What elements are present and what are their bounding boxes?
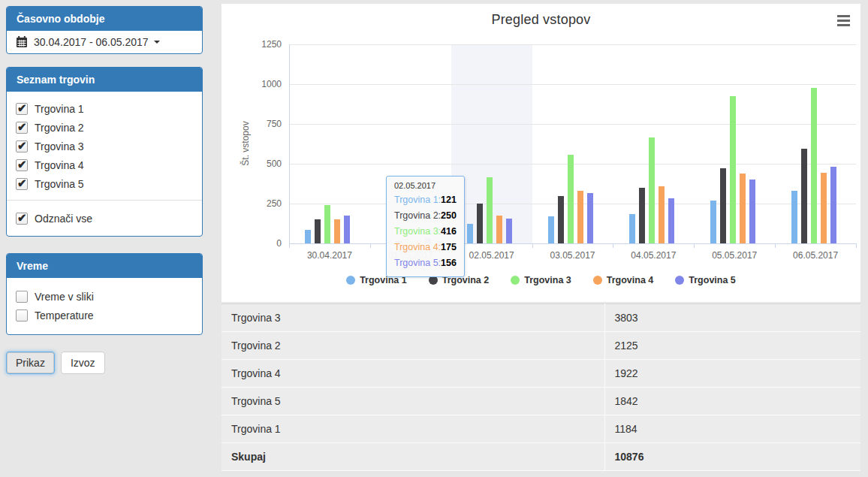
x-axis-label: 05.05.2017 (694, 250, 775, 261)
bar-trgovina-3-05-05-2017[interactable] (730, 96, 736, 243)
export-button[interactable]: Izvoz (61, 352, 105, 374)
legend-item-trgovina-5[interactable]: Trgovina 5 (675, 275, 736, 285)
y-axis-label: 0 (223, 238, 282, 249)
checkbox-row-trgovina-2[interactable]: Trgovina 2 (16, 118, 193, 137)
checkbox-trgovina-2[interactable] (16, 122, 28, 134)
time-period-panel: Časovno obdobje 30.04.2017 - 06.05.2017 (6, 6, 203, 54)
store-name-cell: Trgovina 5 (222, 388, 604, 415)
totals-table: Trgovina 33803Trgovina 22125Trgovina 419… (222, 303, 860, 471)
store-total-cell: 1184 (604, 415, 860, 443)
bar-trgovina-1-03-05-2017[interactable] (548, 216, 554, 243)
date-range-dropdown[interactable]: 30.04.2017 - 06.05.2017 (7, 31, 202, 53)
bar-trgovina-4-05-05-2017[interactable] (740, 174, 746, 243)
bar-trgovina-1-04-05-2017[interactable] (629, 214, 635, 243)
y-axis-line (289, 44, 290, 243)
store-total-cell: 1922 (604, 360, 860, 388)
y-axis-label: 500 (223, 158, 282, 169)
bar-trgovina-3-30-04-2017[interactable] (324, 205, 330, 243)
total-row: Skupaj10876 (222, 443, 860, 471)
checkbox-odzna-i-vse[interactable] (16, 213, 28, 225)
checkbox-row-temperature[interactable]: Temperature (16, 306, 193, 325)
checkbox-label: Temperature (35, 309, 94, 322)
legend-marker-icon (511, 276, 520, 285)
tooltip-row: Trgovina 1:121 (394, 192, 457, 208)
checkbox-row-trgovina-5[interactable]: Trgovina 5 (16, 174, 193, 193)
chart-legend: Trgovina 1Trgovina 2Trgovina 3Trgovina 4… (222, 275, 860, 285)
calendar-icon (16, 36, 28, 48)
bar-trgovina-2-30-04-2017[interactable] (315, 219, 321, 243)
weather-title: Vreme (7, 254, 202, 278)
store-checkbox-list: Trgovina 1Trgovina 2Trgovina 3Trgovina 4… (7, 92, 202, 200)
bar-trgovina-3-03-05-2017[interactable] (568, 155, 574, 243)
y-axis-label: 1000 (223, 79, 282, 89)
checkbox-trgovina-1[interactable] (16, 103, 28, 115)
store-name-cell: Trgovina 1 (222, 415, 604, 443)
gridline (289, 84, 856, 85)
y-axis-label: 750 (223, 119, 282, 129)
checkbox-trgovina-3[interactable] (16, 140, 28, 152)
bar-trgovina-2-05-05-2017[interactable] (720, 168, 726, 243)
bar-trgovina-2-06-05-2017[interactable] (801, 149, 807, 243)
legend-label: Trgovina 4 (607, 275, 654, 285)
x-axis-label: 06.05.2017 (775, 250, 856, 261)
bar-trgovina-1-30-04-2017[interactable] (305, 230, 311, 243)
checkbox-row-odzna-i-vse[interactable]: Odznači vse (16, 209, 193, 228)
bar-trgovina-1-05-05-2017[interactable] (710, 201, 716, 243)
legend-marker-icon (346, 276, 355, 285)
bar-trgovina-4-03-05-2017[interactable] (577, 191, 583, 243)
show-button[interactable]: Prikaz (6, 352, 55, 374)
legend-label: Trgovina 3 (524, 275, 571, 285)
table-row: Trgovina 41922 (222, 360, 860, 388)
checkbox-label: Trgovina 1 (35, 103, 84, 115)
bar-trgovina-3-04-05-2017[interactable] (649, 137, 655, 243)
bar-trgovina-3-06-05-2017[interactable] (811, 88, 817, 243)
legend-label: Trgovina 5 (689, 275, 736, 285)
legend-item-trgovina-4[interactable]: Trgovina 4 (593, 275, 654, 285)
checkbox-temperature[interactable] (16, 309, 28, 322)
store-name-cell: Trgovina 3 (222, 304, 604, 332)
bar-trgovina-4-02-05-2017[interactable] (496, 216, 502, 243)
bar-trgovina-4-06-05-2017[interactable] (821, 173, 827, 243)
legend-item-trgovina-3[interactable]: Trgovina 3 (511, 275, 571, 285)
bar-trgovina-4-30-04-2017[interactable] (334, 219, 340, 243)
date-range-value: 30.04.2017 - 06.05.2017 (34, 36, 149, 48)
sidebar: Časovno obdobje 30.04.2017 - 06.05.2017 … (6, 6, 203, 374)
checkbox-label: Trgovina 4 (35, 159, 84, 171)
bar-trgovina-5-02-05-2017[interactable] (506, 219, 512, 243)
checkbox-label: Odznači vse (35, 213, 92, 225)
bar-trgovina-5-04-05-2017[interactable] (668, 198, 674, 243)
store-total-cell: 1842 (604, 388, 860, 415)
checkbox-trgovina-4[interactable] (16, 159, 28, 171)
checkbox-row-trgovina-1[interactable]: Trgovina 1 (16, 99, 193, 118)
bar-trgovina-1-06-05-2017[interactable] (791, 191, 797, 243)
tooltip-row: Trgovina 5:156 (394, 255, 457, 271)
y-axis-label: 1250 (223, 39, 282, 50)
checkbox-trgovina-5[interactable] (16, 178, 28, 190)
bar-trgovina-2-03-05-2017[interactable] (558, 196, 564, 243)
checkbox-label: Trgovina 5 (35, 178, 84, 190)
chart-card: Pregled vstopov 025050075010001250Št. vs… (222, 4, 860, 302)
checkbox-row-trgovina-4[interactable]: Trgovina 4 (16, 155, 193, 174)
bar-trgovina-5-06-05-2017[interactable] (830, 167, 836, 243)
bar-trgovina-5-30-04-2017[interactable] (344, 216, 350, 243)
table-row: Trgovina 11184 (222, 415, 860, 443)
table-row: Trgovina 22125 (222, 332, 860, 360)
bar-trgovina-3-02-05-2017[interactable] (487, 177, 493, 243)
table-row: Trgovina 33803 (222, 304, 860, 332)
bar-trgovina-4-04-05-2017[interactable] (659, 186, 665, 243)
gridline (289, 124, 856, 125)
checkbox-vreme-v-sliki[interactable] (16, 291, 28, 303)
checkbox-label: Trgovina 2 (35, 122, 84, 134)
checkbox-row-trgovina-3[interactable]: Trgovina 3 (16, 137, 193, 155)
legend-marker-icon (675, 276, 684, 285)
chevron-down-icon (154, 41, 160, 44)
gridline (289, 44, 856, 45)
bar-trgovina-2-04-05-2017[interactable] (639, 188, 645, 243)
bar-trgovina-5-03-05-2017[interactable] (587, 193, 593, 243)
deselect-all-row: Odznači vse (7, 200, 202, 236)
bar-trgovina-2-02-05-2017[interactable] (477, 204, 483, 243)
y-axis-label: 250 (223, 198, 282, 209)
checkbox-row-vreme-v-sliki[interactable]: Vreme v sliki (16, 287, 193, 306)
bar-trgovina-5-05-05-2017[interactable] (749, 180, 755, 243)
bar-trgovina-1-02-05-2017[interactable] (467, 224, 473, 243)
